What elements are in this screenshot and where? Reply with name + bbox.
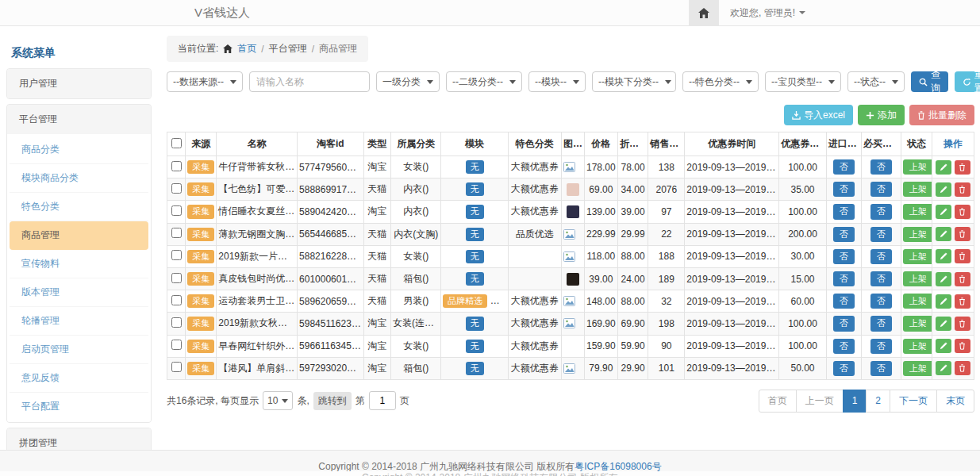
row-checkbox[interactable]	[171, 161, 182, 171]
status-toggle[interactable]: 上架	[903, 249, 932, 264]
edit-button[interactable]	[936, 205, 951, 219]
delete-button[interactable]	[955, 339, 970, 353]
level2-category-select[interactable]: --二级分类--	[446, 71, 522, 92]
page-1-button[interactable]: 1	[843, 390, 867, 413]
row-checkbox[interactable]	[171, 295, 182, 305]
module-select[interactable]: --模块--	[528, 71, 586, 92]
must-buy-toggle[interactable]: 否	[870, 227, 892, 242]
item-type-select[interactable]: --宝贝类型--	[765, 71, 841, 92]
sidebar-item-platform-config[interactable]: 平台配置	[10, 393, 148, 420]
import-select-toggle[interactable]: 否	[833, 249, 855, 264]
select-all-checkbox[interactable]	[171, 138, 182, 148]
row-checkbox[interactable]	[171, 362, 182, 372]
edit-button[interactable]	[936, 317, 951, 331]
jump-page-input[interactable]	[369, 391, 396, 410]
home-button[interactable]	[689, 0, 719, 25]
sidebar-item-carousel-mgmt[interactable]: 轮播管理	[10, 307, 148, 336]
delete-button[interactable]	[955, 294, 970, 309]
add-button[interactable]: 添加	[858, 105, 905, 125]
sidebar-item-product-mgmt[interactable]: 商品管理	[10, 221, 148, 250]
row-checkbox[interactable]	[171, 317, 182, 328]
data-source-select[interactable]: --数据来源--	[167, 71, 243, 92]
import-select-toggle[interactable]: 否	[833, 316, 855, 331]
row-checkbox[interactable]	[171, 340, 182, 350]
import-select-toggle[interactable]: 否	[833, 271, 855, 286]
status-select[interactable]: --状态--	[847, 71, 905, 92]
delete-button[interactable]	[955, 272, 970, 286]
must-buy-toggle[interactable]: 否	[870, 159, 892, 175]
import-select-toggle[interactable]: 否	[833, 204, 855, 219]
must-buy-toggle[interactable]: 否	[870, 204, 892, 219]
user-menu[interactable]: 欢迎您, 管理员!	[719, 6, 817, 20]
status-toggle[interactable]: 上架	[903, 182, 932, 197]
import-select-toggle[interactable]: 否	[833, 361, 855, 376]
row-checkbox[interactable]	[171, 183, 182, 194]
prev-page-button[interactable]: 上一页	[796, 390, 844, 413]
level1-category-select[interactable]: 一级分类	[376, 71, 440, 92]
per-page-select[interactable]: 10	[263, 391, 293, 410]
first-page-button[interactable]: 首页	[759, 390, 797, 413]
import-select-toggle[interactable]: 否	[833, 294, 855, 309]
row-checkbox[interactable]	[171, 273, 182, 283]
import-select-toggle[interactable]: 否	[833, 339, 855, 354]
import-select-toggle[interactable]: 否	[833, 159, 855, 175]
edit-button[interactable]	[936, 361, 951, 375]
delete-button[interactable]	[955, 227, 970, 241]
row-checkbox[interactable]	[171, 228, 182, 238]
delete-button[interactable]	[955, 205, 970, 219]
breadcrumb-home-link[interactable]: 首页	[237, 42, 256, 56]
import-select-toggle[interactable]: 否	[833, 182, 855, 197]
sidebar-item-platform-mgmt[interactable]: 平台管理	[7, 105, 151, 134]
status-toggle[interactable]: 上架	[903, 227, 932, 242]
delete-button[interactable]	[955, 160, 970, 175]
delete-button[interactable]	[955, 361, 970, 375]
must-buy-toggle[interactable]: 否	[870, 361, 892, 376]
sidebar-item-user-mgmt[interactable]: 用户管理	[7, 69, 151, 98]
sidebar-item-feedback[interactable]: 意见反馈	[10, 364, 148, 393]
sidebar-item-version-mgmt[interactable]: 版本管理	[10, 278, 148, 307]
row-checkbox[interactable]	[171, 250, 182, 260]
status-toggle[interactable]: 上架	[903, 361, 932, 376]
delete-button[interactable]	[955, 182, 970, 197]
sidebar-item-product-category[interactable]: 商品分类	[10, 136, 148, 164]
jump-button[interactable]: 跳转到	[313, 392, 352, 410]
sidebar-item-feature-category[interactable]: 特色分类	[10, 193, 148, 221]
must-buy-toggle[interactable]: 否	[870, 249, 892, 264]
edit-button[interactable]	[936, 272, 951, 286]
row-checkbox[interactable]	[171, 205, 182, 216]
import-excel-button[interactable]: 导入excel	[784, 105, 853, 125]
edit-button[interactable]	[936, 227, 951, 241]
must-buy-toggle[interactable]: 否	[870, 294, 892, 309]
must-buy-toggle[interactable]: 否	[870, 316, 892, 331]
delete-button[interactable]	[955, 249, 970, 263]
module-sub-select[interactable]: --模块下分类--	[592, 71, 676, 92]
status-toggle[interactable]: 上架	[903, 204, 932, 219]
batch-delete-button[interactable]: 批量删除	[909, 105, 974, 125]
reset-button[interactable]: 重置	[955, 71, 980, 92]
status-toggle[interactable]: 上架	[903, 294, 932, 309]
status-toggle[interactable]: 上架	[903, 159, 932, 175]
next-page-button[interactable]: 下一页	[890, 390, 937, 413]
last-page-button[interactable]: 末页	[936, 390, 974, 413]
search-button[interactable]: 查询	[911, 71, 948, 92]
sidebar-item-promo-material[interactable]: 宣传物料	[10, 250, 148, 278]
status-toggle[interactable]: 上架	[903, 339, 932, 354]
delete-button[interactable]	[955, 317, 970, 331]
import-select-toggle[interactable]: 否	[833, 227, 855, 242]
feature-category-select[interactable]: --特色分类--	[682, 71, 759, 92]
must-buy-toggle[interactable]: 否	[870, 271, 892, 286]
sidebar-item-module-product-category[interactable]: 模块商品分类	[10, 164, 148, 193]
status-toggle[interactable]: 上架	[903, 271, 932, 286]
icp-link[interactable]: 粤ICP备16098006号	[575, 461, 661, 472]
must-buy-toggle[interactable]: 否	[870, 182, 892, 197]
must-buy-toggle[interactable]: 否	[870, 339, 892, 354]
edit-button[interactable]	[936, 160, 951, 175]
page-2-button[interactable]: 2	[866, 390, 890, 413]
name-search-input[interactable]	[249, 71, 370, 92]
edit-button[interactable]	[936, 249, 951, 263]
edit-button[interactable]	[936, 294, 951, 309]
edit-button[interactable]	[936, 182, 951, 197]
status-toggle[interactable]: 上架	[903, 316, 932, 331]
sidebar-item-splash-mgmt[interactable]: 启动页管理	[10, 336, 148, 364]
edit-button[interactable]	[936, 339, 951, 353]
